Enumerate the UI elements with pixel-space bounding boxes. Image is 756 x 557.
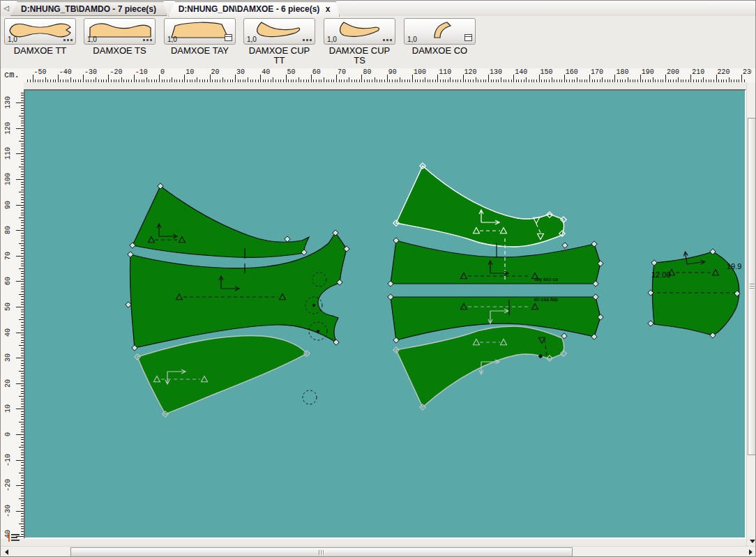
tab-file-damdo[interactable]: D:NHUNG_TB\DAMDO - 7 piece(s)	[10, 1, 167, 16]
ruler-tick	[162, 79, 162, 82]
ruler-tick	[260, 75, 261, 82]
ruler-tick	[372, 79, 372, 82]
ruler-tick	[496, 79, 497, 82]
ruler-tick	[655, 79, 656, 82]
ruler-tick	[220, 79, 220, 82]
ruler-tick	[508, 79, 509, 82]
ruler-tick	[98, 79, 99, 82]
ruler-tick	[184, 75, 185, 82]
ruler-tick	[50, 79, 51, 82]
scroll-left-button[interactable]	[1, 547, 13, 557]
scroll-down-button[interactable]	[747, 536, 756, 546]
thumb-box[interactable]: 1,0	[164, 18, 236, 45]
ruler-tick	[19, 498, 24, 499]
seam-window-icon	[225, 34, 232, 41]
horizontal-scrollbar-thumb[interactable]	[70, 547, 573, 557]
ruler-tick	[723, 79, 724, 82]
ruler-tick	[617, 79, 618, 82]
ruler-label: -10	[135, 68, 148, 76]
piece-name: DAMXOE CUP TT	[243, 46, 315, 66]
vertical-scrollbar-thumb[interactable]	[748, 118, 756, 455]
vertex-diamond-icon[interactable]	[333, 230, 338, 236]
thumb-box[interactable]: 1,0	[4, 18, 76, 45]
ruler-tick	[526, 77, 527, 82]
thumb-damxoe-cup-ts[interactable]: 1,0 DAMXOE CUP TS	[324, 18, 395, 66]
seam-lines-icon	[383, 39, 392, 41]
ruler-tick	[16, 485, 24, 486]
ruler-tick	[101, 79, 102, 82]
ruler-tick	[458, 79, 458, 82]
ruler-tick	[683, 79, 683, 82]
ruler-tick	[379, 79, 380, 82]
ruler-tick	[405, 79, 405, 82]
thumb-box[interactable]: 1,0	[243, 18, 315, 45]
ruler-tick	[739, 79, 739, 82]
ruler-tick	[16, 256, 24, 257]
tab-file-damxoe[interactable]: D:NHUNG_DN\DAMXOE - 6 piece(s) x	[168, 1, 340, 17]
ruler-label: 110	[3, 145, 13, 162]
thumb-box[interactable]: 1,0	[404, 18, 476, 45]
tab-scroll-left-icon[interactable]: ◁	[2, 3, 10, 14]
piece-scale: 1,0	[407, 36, 417, 43]
seam-lines-icon	[303, 39, 312, 41]
ruler-tick	[587, 79, 587, 82]
ruler-tick	[296, 79, 296, 82]
piece-yoke-front-left[interactable]	[133, 186, 309, 257]
ruler-tick	[448, 79, 448, 82]
ruler-tick	[569, 79, 570, 82]
ruler-tick	[238, 79, 239, 82]
ruler-tick	[142, 79, 142, 82]
ruler-tick	[539, 75, 540, 82]
vertex-diamond-icon[interactable]	[648, 321, 653, 326]
ruler-tick	[425, 77, 425, 82]
ruler-tick	[552, 77, 552, 82]
ruler-tick	[313, 79, 314, 82]
vertex-diamond-icon[interactable]	[562, 243, 568, 248]
ruler-tick	[19, 116, 24, 116]
ruler-tick	[243, 79, 243, 82]
ruler-tick	[726, 79, 727, 82]
ruler-tick	[377, 79, 377, 82]
vertex-diamond-icon[interactable]	[285, 236, 290, 242]
horizontal-scrollbar[interactable]	[1, 546, 756, 557]
vertex-diamond-icon[interactable]	[126, 302, 131, 307]
ruler-tick	[516, 79, 517, 82]
thumb-box[interactable]: 1,0	[84, 18, 156, 45]
ruler-tick	[450, 77, 451, 82]
vertical-scrollbar[interactable]	[746, 82, 756, 546]
ruler-tick	[275, 79, 276, 82]
ruler-tick	[665, 75, 666, 82]
ruler-tick	[128, 79, 129, 82]
thumb-box[interactable]: 1,0	[324, 18, 395, 45]
ruler-tick	[721, 79, 722, 82]
ruler-tick	[16, 383, 24, 384]
thumb-damxoe-co[interactable]: 1,0 DAMXOE CO	[404, 18, 476, 56]
ruler-label: 100	[414, 68, 426, 76]
tab-close-icon[interactable]: x	[324, 2, 332, 16]
scroll-right-button[interactable]	[745, 547, 756, 557]
ruler-tick	[407, 79, 408, 82]
ruler-tick	[678, 77, 679, 82]
ruler-tick	[582, 79, 582, 82]
horizontal-ruler: -50-40-30-20-100102030405060708090100110…	[24, 68, 752, 82]
piece-skirt-front-left[interactable]	[137, 336, 307, 414]
ruler-tick	[381, 79, 382, 82]
ruler-tick	[195, 79, 195, 82]
piece-name: DAMXOE TT	[4, 46, 76, 56]
thumb-damxoe-cup-tt[interactable]: 1,0 DAMXOE CUP TT	[243, 18, 315, 66]
piece-cup-top-selected[interactable]	[396, 166, 564, 247]
ruler-tick	[463, 75, 464, 82]
ruler-tick	[564, 75, 565, 82]
ruler-tick	[349, 77, 349, 82]
ruler-tick	[658, 79, 658, 82]
ruler-tick	[192, 79, 192, 82]
piece-list-icon[interactable]	[6, 532, 22, 544]
ruler-tick	[351, 79, 352, 82]
measure-height-label: 19.9	[727, 262, 741, 270]
ruler-tick	[729, 77, 729, 82]
piece-band-top[interactable]	[391, 241, 600, 284]
thumb-damxoe-tt[interactable]: 1,0 DAMXOE TT	[4, 18, 76, 56]
thumb-damxoe-ts[interactable]: 1,0 DAMXOE TS	[84, 18, 156, 56]
pattern-canvas[interactable]: day keo ca day keo ca	[24, 89, 746, 539]
thumb-damxoe-tay[interactable]: 1,0 DAMXOE TAY	[164, 18, 236, 56]
